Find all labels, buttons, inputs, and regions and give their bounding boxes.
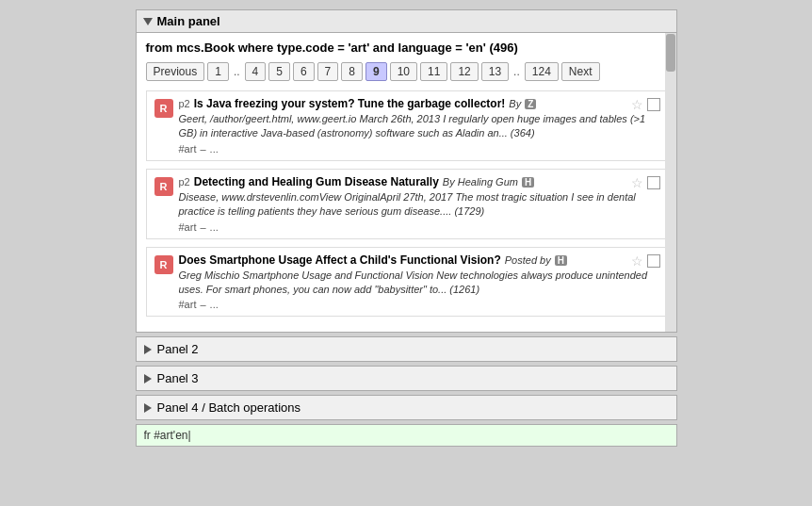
panel-2-collapsed[interactable]: Panel 2 xyxy=(136,336,677,362)
page-7[interactable]: 7 xyxy=(317,62,339,81)
page-12[interactable]: 12 xyxy=(450,62,478,81)
page-124[interactable]: 124 xyxy=(525,62,559,81)
result-snippet-2: Disease, www.drstevenlin.comView Origina… xyxy=(179,190,658,220)
panel-3-label: Panel 3 xyxy=(157,371,199,385)
page-11[interactable]: 11 xyxy=(420,62,447,81)
p2-label-2: p2 xyxy=(179,176,190,188)
page-1[interactable]: 1 xyxy=(207,62,229,81)
r-badge-2: R xyxy=(154,177,173,196)
expand-icon-4 xyxy=(144,403,152,413)
main-panel-header: Main panel xyxy=(137,10,676,33)
h-badge-1: Z xyxy=(525,99,536,109)
result-title-3: Does Smartphone Usage Affect a Child's F… xyxy=(179,253,501,267)
p2-label-1: p2 xyxy=(179,98,190,109)
result-item-1: R p2 Is Java freezing your system? Tune … xyxy=(146,90,667,161)
dash-2: – xyxy=(200,221,205,233)
scrollbar[interactable] xyxy=(665,33,676,332)
tag-2: #art xyxy=(179,221,197,233)
result-actions-3: ☆ xyxy=(631,253,660,269)
panel-4-label: Panel 4 / Batch operations xyxy=(157,400,301,415)
star-icon-2[interactable]: ☆ xyxy=(631,175,643,190)
panel-2-label: Panel 2 xyxy=(157,342,199,356)
dash-3: – xyxy=(200,299,205,310)
expand-icon-3 xyxy=(144,374,152,384)
h-badge-3: H xyxy=(555,255,567,266)
page-9[interactable]: 9 xyxy=(365,62,387,81)
result-title-1: Is Java freezing your system? Tune the g… xyxy=(194,97,506,110)
page-6[interactable]: 6 xyxy=(293,62,315,81)
checkbox-1[interactable] xyxy=(647,98,660,111)
checkbox-3[interactable] xyxy=(647,254,660,268)
result-item-3: R Does Smartphone Usage Affect a Child's… xyxy=(146,247,667,318)
prev-button[interactable]: Previous xyxy=(146,62,205,81)
by-label-2: By Healing Gum xyxy=(443,176,518,188)
checkbox-2[interactable] xyxy=(647,176,660,189)
dash-1: – xyxy=(200,143,205,155)
panel-title: Main panel xyxy=(157,14,220,28)
panel-4-collapsed[interactable]: Panel 4 / Batch operations xyxy=(136,395,677,420)
result-meta-3: Does Smartphone Usage Affect a Child's F… xyxy=(179,253,658,311)
command-bar[interactable] xyxy=(136,424,677,447)
result-actions-2: ☆ xyxy=(631,175,660,190)
command-input[interactable] xyxy=(144,429,669,442)
page-5[interactable]: 5 xyxy=(268,62,290,81)
r-badge-1: R xyxy=(154,99,173,118)
tag-3: #art xyxy=(179,299,197,310)
ellipsis-2: .. xyxy=(512,65,522,78)
star-icon-3[interactable]: ☆ xyxy=(631,253,643,269)
page-10[interactable]: 10 xyxy=(390,62,417,81)
by-label-3: Posted by xyxy=(505,254,551,266)
result-item-2: R p2 Detecting and Healing Gum Disease N… xyxy=(146,169,667,239)
scrollbar-thumb[interactable] xyxy=(666,34,675,72)
star-icon-1[interactable]: ☆ xyxy=(631,97,643,112)
tag-suffix-2: ... xyxy=(210,221,219,233)
tag-suffix-3: ... xyxy=(210,299,219,310)
next-button[interactable]: Next xyxy=(561,62,600,81)
h-badge-2: H xyxy=(522,177,534,188)
tag-1: #art xyxy=(179,143,197,155)
page-13[interactable]: 13 xyxy=(481,62,509,81)
result-snippet-1: Geert, /author/geert.html, www.geert.io … xyxy=(179,112,658,141)
pagination: Previous 1 .. 4 5 6 7 8 9 10 11 12 13 ..… xyxy=(146,62,667,81)
tag-suffix-1: ... xyxy=(210,143,219,155)
panel-3-collapsed[interactable]: Panel 3 xyxy=(136,366,677,391)
by-label-1: By xyxy=(509,98,521,109)
result-actions-1: ☆ xyxy=(631,97,660,112)
r-badge-3: R xyxy=(154,255,173,274)
result-meta-1: p2 Is Java freezing your system? Tune th… xyxy=(179,97,658,155)
query-line: from mcs.Book where type.code = 'art' an… xyxy=(146,41,667,55)
page-8[interactable]: 8 xyxy=(341,62,363,81)
result-meta-2: p2 Detecting and Healing Gum Disease Nat… xyxy=(179,175,658,233)
expand-icon-2 xyxy=(144,345,152,354)
result-title-2: Detecting and Healing Gum Disease Natura… xyxy=(194,175,439,188)
panel-body: from mcs.Book where type.code = 'art' an… xyxy=(137,33,676,332)
collapse-icon[interactable] xyxy=(143,18,153,25)
page-4[interactable]: 4 xyxy=(245,62,267,81)
result-snippet-3: Greg Mischio Smartphone Usage and Functi… xyxy=(179,269,658,298)
ellipsis-1: .. xyxy=(232,65,242,78)
